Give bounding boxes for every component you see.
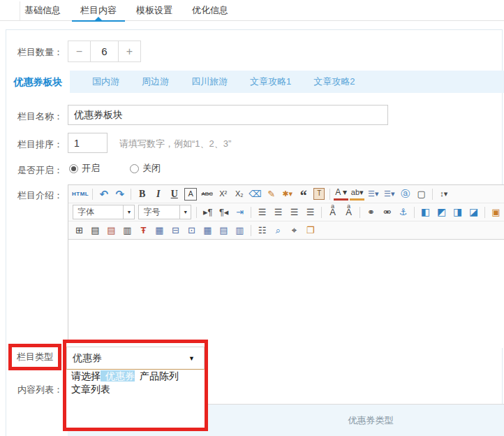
separator — [329, 189, 330, 200]
superscript-icon[interactable]: X² — [216, 187, 230, 201]
option-article-list[interactable]: 文章列表 — [66, 384, 110, 395]
table-grid-icon[interactable]: ▦ — [200, 223, 215, 238]
column-type-select[interactable]: 优惠券 ▼ — [66, 347, 205, 370]
section-tab-domestic-travel[interactable]: 国内游 — [92, 71, 119, 93]
split-cell-down-icon[interactable]: ⊡ — [184, 223, 199, 238]
strikethrough-icon[interactable]: ABC — [200, 187, 214, 201]
subscript-icon[interactable]: X₂ — [232, 187, 246, 201]
radio-on-label: 开启 — [82, 162, 100, 175]
image-align-right-icon[interactable]: ◨ — [450, 205, 465, 219]
chevron-down-icon: ▼ — [123, 205, 134, 219]
separator — [360, 207, 360, 218]
separator — [321, 207, 322, 218]
indent-first-line-icon[interactable]: ▸¶ — [200, 205, 215, 219]
highlight-color-icon[interactable]: ab▾ — [350, 187, 364, 201]
unordered-list-icon[interactable]: ☰▾ — [382, 187, 396, 201]
auto-typeset-icon[interactable]: ⓐ — [398, 187, 413, 201]
align-right-icon[interactable]: ☰ — [287, 205, 302, 219]
radio-off-label: 关闭 — [142, 162, 161, 175]
option-product-display[interactable]: 产品陈列 — [135, 370, 179, 382]
table-columns-icon[interactable]: ▥ — [232, 223, 247, 238]
stepper-value: 6 — [90, 41, 119, 61]
image-align-center-icon[interactable]: ◪ — [466, 205, 481, 219]
editor-toolbar-row-1: HTML↶↷BIUAABCX²X₂⌫✎✱▾“TA ▾ab▾☰▾☰▾ⓐ▢↕▾ — [68, 185, 504, 203]
italic-icon[interactable]: I — [151, 187, 165, 201]
insert-row-below-icon[interactable]: ▤ — [104, 223, 119, 238]
section-tab-article-guide-1[interactable]: 文章攻略1 — [250, 71, 291, 93]
new-page-icon[interactable]: ▢ — [414, 187, 429, 201]
align-left-icon[interactable]: ☰ — [255, 205, 269, 219]
html-source-icon[interactable]: HTML — [72, 187, 89, 201]
insert-column-icon[interactable]: ▥ — [120, 223, 135, 238]
rich-text-editor: HTML↶↷BIUAABCX²X₂⌫✎✱▾“TA ▾ab▾☰▾☰▾ⓐ▢↕▾ 字体… — [68, 184, 504, 346]
section-tab-article-guide-2[interactable]: 文章攻略2 — [313, 71, 355, 93]
align-justify-icon[interactable]: ☰ — [303, 205, 318, 219]
column-intro-label: 栏目介绍： — [0, 189, 63, 202]
blockquote-icon[interactable]: “ — [296, 187, 311, 201]
ordered-list-icon[interactable]: ☰▾ — [366, 187, 380, 201]
insert-table-icon[interactable]: ⊞ — [72, 223, 87, 238]
font-size-value: 字号 — [139, 206, 179, 218]
print-icon[interactable]: ☷ — [255, 223, 269, 238]
insert-image-icon[interactable]: ▣ — [489, 205, 503, 219]
separator — [484, 207, 485, 218]
paste-as-text-icon[interactable]: T — [313, 188, 325, 200]
font-family-select[interactable]: 字体 ▼ — [73, 205, 135, 219]
to-uppercase-icon[interactable]: Aͣ — [325, 205, 340, 219]
split-cell-right-icon[interactable]: ⊟ — [168, 223, 183, 238]
dropdown-caret-icon: ▼ — [188, 355, 204, 362]
unlink-icon[interactable]: ⚮ — [380, 205, 394, 219]
undo-icon[interactable]: ↶ — [96, 187, 111, 201]
enable-radio-group: 开启 关闭 — [69, 162, 161, 175]
preview-icon[interactable]: ⌕ — [271, 223, 286, 238]
align-center-icon[interactable]: ☰ — [271, 205, 286, 219]
font-size-select[interactable]: 字号 ▼ — [138, 205, 191, 219]
option-please-select[interactable]: 请选择 — [66, 370, 101, 382]
paste-icon[interactable]: ❐ — [303, 223, 318, 238]
separator — [414, 207, 415, 218]
editor-content-area[interactable] — [68, 240, 504, 348]
column-order-label: 栏目排序： — [0, 138, 63, 151]
section-tab-sichuan-travel[interactable]: 四川旅游 — [191, 71, 228, 93]
stepper-plus-button[interactable]: + — [119, 41, 140, 61]
link-icon[interactable]: ⚭ — [364, 205, 378, 219]
tab-optimize-info[interactable]: 优化信息 — [191, 0, 230, 21]
to-lowercase-icon[interactable]: Aͣ — [341, 205, 356, 219]
tab-column-content[interactable]: 栏目内容 — [79, 0, 118, 21]
find-replace-icon[interactable]: ⌖ — [287, 223, 302, 238]
radio-enable-off[interactable]: 关闭 — [130, 162, 161, 175]
section-tab-nearby-travel[interactable]: 周边游 — [142, 71, 169, 93]
table-rows-icon[interactable]: ▤ — [216, 223, 231, 238]
section-tab-coupon-board[interactable]: 优惠券板块 — [6, 71, 70, 93]
font-border-icon[interactable]: A — [184, 188, 197, 201]
column-order-input[interactable] — [68, 133, 108, 153]
underline-icon[interactable]: U — [167, 187, 181, 201]
eraser-icon[interactable]: ⌫ — [248, 187, 262, 201]
radio-enable-on[interactable]: 开启 — [69, 162, 100, 175]
delete-cells-icon[interactable]: Ŧ — [136, 223, 151, 238]
tab-template-settings[interactable]: 模板设置 — [135, 0, 174, 21]
indent-icon[interactable]: ⇥ — [232, 205, 247, 219]
font-color-icon[interactable]: A ▾ — [334, 187, 348, 201]
auto-format-icon[interactable]: ✱▾ — [280, 187, 295, 201]
separator — [432, 189, 433, 200]
font-family-value: 字体 — [73, 206, 123, 218]
bold-icon[interactable]: B — [135, 187, 149, 201]
coupon-type-column-header: 优惠券类型 — [237, 405, 504, 436]
tab-basic-info[interactable]: 基础信息 — [23, 0, 62, 21]
radio-unselected-icon — [130, 164, 139, 173]
column-count-label: 栏目数量： — [0, 46, 63, 59]
column-name-input[interactable] — [68, 105, 388, 125]
stepper-minus-button[interactable]: − — [68, 41, 90, 61]
redo-icon[interactable]: ↷ — [112, 187, 127, 201]
column-type-dropdown-annotation: 优惠券 ▼ 请选择优惠券产品陈列文章列表 — [63, 340, 208, 431]
image-align-left-icon[interactable]: ◩ — [434, 205, 449, 219]
option-coupon[interactable]: 优惠券 — [101, 370, 135, 382]
line-height-icon[interactable]: ↕▾ — [436, 187, 451, 201]
insert-row-above-icon[interactable]: ▤ — [88, 223, 103, 238]
anchor-icon[interactable]: ⚓ — [396, 205, 410, 219]
image-align-left-top-icon[interactable]: ◧ — [418, 205, 433, 219]
merge-cells-icon[interactable]: ▦ — [152, 223, 167, 238]
outdent-icon[interactable]: ¶◂ — [216, 205, 231, 219]
format-brush-icon[interactable]: ✎ — [264, 187, 279, 201]
